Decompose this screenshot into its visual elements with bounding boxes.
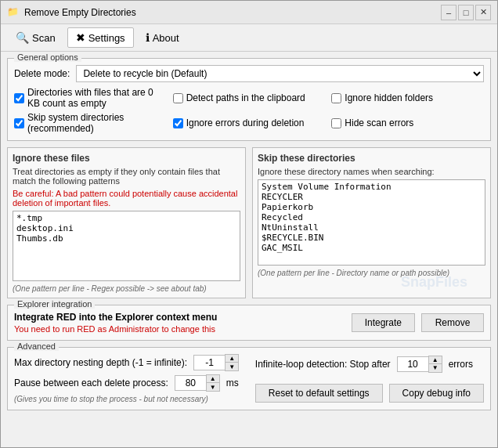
pause-unit: ms: [226, 378, 239, 388]
checkbox-ignore-errors-input[interactable]: [173, 118, 183, 128]
ignore-files-hint: (One pattern per line - Regex possible -…: [13, 284, 240, 293]
checkbox-skip-system-label: Skip system directories (recommended): [27, 112, 167, 134]
loop-row: Infinite-loop detection: Stop after ▲ ▼ …: [255, 356, 473, 373]
loop-spin-buttons: ▲ ▼: [428, 356, 442, 373]
advanced-left-col: Max directory nesting depth (-1 = infini…: [14, 354, 243, 403]
checkbox-detect-paths-label: Detect paths in the clipboard: [186, 92, 305, 103]
ignore-files-title: Ignore these files: [13, 153, 240, 164]
about-button[interactable]: ℹ About: [137, 27, 188, 48]
window-title: Remove Empty Directories: [24, 7, 441, 18]
nesting-label: Max directory nesting depth (-1 = infini…: [14, 357, 187, 368]
debug-button[interactable]: Copy debug info: [389, 384, 484, 403]
remove-button[interactable]: Remove: [421, 313, 484, 332]
about-icon: ℹ: [146, 31, 150, 44]
checkbox-ignore-errors[interactable]: Ignore errors during deletion: [173, 112, 326, 134]
nesting-spin-down[interactable]: ▼: [226, 363, 238, 370]
advanced-section: Advanced Max directory nesting depth (-1…: [7, 347, 491, 410]
main-window: 📁 Remove Empty Directories – □ ✕ 🔍 Scan …: [0, 0, 498, 448]
pause-input[interactable]: [175, 375, 206, 391]
delete-mode-row: Delete mode: Delete to recycle bin (Defa…: [14, 65, 484, 82]
two-panels: SnapFiles Ignore these files Treat direc…: [7, 147, 491, 298]
checkboxes-grid: Directories with files that are 0 KB cou…: [14, 87, 484, 134]
close-button[interactable]: ✕: [475, 5, 491, 20]
checkbox-hidden-label: Ignore hidden folders: [345, 92, 433, 103]
settings-button[interactable]: ✖ Settings: [67, 27, 134, 48]
pause-spinbox: ▲ ▼: [175, 374, 220, 392]
bottom-buttons: Reset to default settings Copy debug inf…: [255, 384, 484, 403]
ignore-files-warning: Be careful: A bad pattern could potentia…: [13, 189, 240, 208]
skip-dirs-desc: Ignore these directory names when search…: [258, 167, 485, 176]
explorer-section-label: Explorer integration: [14, 299, 95, 309]
explorer-buttons: Integrate Remove: [352, 313, 484, 332]
nesting-input[interactable]: [193, 355, 225, 370]
skip-dirs-hint: (One pattern per line - Directory name o…: [258, 269, 485, 277]
loop-input[interactable]: [397, 356, 428, 372]
settings-content: General options Delete mode: Delete to r…: [1, 52, 497, 447]
skip-dirs-textarea[interactable]: System Volume Information RECYCLER Papie…: [258, 179, 485, 266]
delete-mode-select[interactable]: Delete to recycle bin (Default) Delete p…: [76, 65, 484, 82]
checkbox-hidden[interactable]: Ignore hidden folders: [331, 87, 484, 109]
pause-row: Pause between each delete process: ▲ ▼ m…: [14, 374, 243, 392]
minimize-button[interactable]: –: [441, 5, 456, 20]
nesting-spin-buttons: ▲ ▼: [225, 354, 239, 371]
pause-label: Pause between each delete process:: [14, 378, 168, 388]
checkbox-0kb-label: Directories with files that are 0 KB cou…: [27, 87, 167, 109]
scan-button[interactable]: 🔍 Scan: [7, 27, 64, 48]
checkbox-ignore-errors-label: Ignore errors during deletion: [186, 117, 305, 128]
nesting-spinbox: ▲ ▼: [193, 354, 239, 371]
pause-spin-down[interactable]: ▼: [207, 383, 219, 391]
loop-spinbox: ▲ ▼: [397, 356, 442, 373]
skip-dirs-title: Skip these directories: [258, 153, 485, 164]
nesting-row: Max directory nesting depth (-1 = infini…: [14, 354, 243, 371]
explorer-warn: You need to run RED as Administrator to …: [14, 324, 352, 334]
pause-spin-up[interactable]: ▲: [207, 375, 219, 383]
explorer-section: Explorer integration Integrate RED into …: [7, 305, 491, 341]
scan-icon: 🔍: [16, 31, 29, 44]
app-icon: 📁: [7, 6, 20, 19]
loop-unit: errors: [449, 359, 473, 370]
delete-mode-label: Delete mode:: [14, 68, 70, 79]
about-label: About: [153, 32, 179, 44]
advanced-section-label: Advanced: [14, 341, 59, 351]
loop-label: Infinite-loop detection: Stop after: [255, 359, 391, 370]
advanced-main-row: Max directory nesting depth (-1 = infini…: [14, 354, 484, 403]
checkbox-hidden-input[interactable]: [331, 93, 341, 103]
advanced-right-col: Infinite-loop detection: Stop after ▲ ▼ …: [255, 354, 484, 403]
general-options-section: General options Delete mode: Delete to r…: [7, 58, 491, 141]
pause-hint: (Gives you time to stop the process - bu…: [14, 395, 243, 403]
general-options-label: General options: [14, 52, 81, 62]
checkbox-hide-scan[interactable]: Hide scan errors: [331, 112, 484, 134]
checkbox-detect-paths[interactable]: Detect paths in the clipboard: [173, 87, 326, 109]
settings-label: Settings: [88, 32, 125, 44]
checkbox-hide-scan-label: Hide scan errors: [345, 117, 413, 128]
checkbox-0kb-input[interactable]: [14, 93, 24, 103]
loop-spin-down[interactable]: ▼: [429, 364, 442, 372]
nesting-spin-up[interactable]: ▲: [226, 355, 238, 363]
reset-button[interactable]: Reset to default settings: [255, 384, 383, 403]
window-controls: – □ ✕: [441, 5, 491, 20]
checkbox-hide-scan-input[interactable]: [331, 118, 341, 128]
explorer-title: Integrate RED into the Explorer context …: [14, 312, 352, 323]
ignore-files-desc: Treat directories as empty if they only …: [13, 167, 240, 186]
loop-spin-up[interactable]: ▲: [429, 356, 442, 364]
explorer-left: Integrate RED into the Explorer context …: [14, 312, 352, 334]
settings-icon: ✖: [76, 31, 85, 44]
ignore-files-panel: Ignore these files Treat directories as …: [7, 147, 246, 298]
checkbox-skip-system-input[interactable]: [14, 118, 24, 128]
maximize-button[interactable]: □: [458, 5, 474, 20]
checkbox-skip-system[interactable]: Skip system directories (recommended): [14, 112, 167, 134]
ignore-files-textarea[interactable]: *.tmp desktop.ini Thumbs.db: [13, 211, 240, 281]
toolbar: 🔍 Scan ✖ Settings ℹ About: [1, 24, 497, 52]
pause-spin-buttons: ▲ ▼: [206, 374, 220, 392]
skip-dirs-panel: Skip these directories Ignore these dire…: [252, 147, 491, 298]
scan-label: Scan: [32, 32, 56, 44]
checkbox-0kb[interactable]: Directories with files that are 0 KB cou…: [14, 87, 167, 109]
integrate-button[interactable]: Integrate: [352, 313, 415, 332]
title-bar: 📁 Remove Empty Directories – □ ✕: [1, 1, 497, 24]
checkbox-detect-paths-input[interactable]: [173, 93, 183, 103]
